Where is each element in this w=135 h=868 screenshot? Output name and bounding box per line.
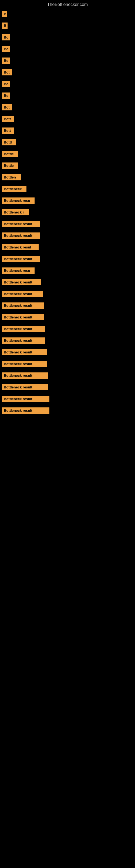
bottleneck-label: Bott [2, 127, 14, 134]
site-title: TheBottlenecker.com [0, 0, 135, 8]
bottleneck-label: Bo [2, 58, 10, 64]
bottleneck-label: Bottleneck result [2, 361, 47, 367]
bottleneck-label: Bottleneck result [2, 372, 48, 379]
bottleneck-label: Bottleneck result [2, 221, 40, 227]
bottleneck-label: B [2, 11, 7, 17]
bottleneck-label: Bottleneck result [2, 314, 44, 320]
list-item: Bott [2, 113, 133, 125]
bottleneck-label: Bottleneck resu [2, 268, 35, 274]
bottleneck-label: Bottleneck result [2, 303, 44, 309]
bottleneck-label: Bottl [2, 139, 16, 145]
list-item: Bottleneck result [2, 393, 133, 405]
list-item: Bottl [2, 136, 133, 148]
list-item: Bottleneck result [2, 300, 133, 311]
list-item: Bottleneck result [2, 370, 133, 381]
list-item: Bott [2, 125, 133, 136]
list-item: Bo [2, 55, 133, 66]
list-item: Bottle [2, 148, 133, 160]
bottleneck-label: B [2, 23, 8, 29]
bottleneck-label: Bottleneck result [2, 256, 40, 262]
bottleneck-label: Bottleneck result [2, 337, 45, 344]
list-item: Bottleneck resu [2, 265, 133, 276]
list-item: Bottleneck result [2, 346, 133, 358]
list-item: Bottleneck resu [2, 195, 133, 207]
bottleneck-label: Bottleneck result [2, 396, 49, 402]
list-item: Bo [2, 31, 133, 43]
list-item: Bottleneck result [2, 288, 133, 300]
list-item: B [2, 8, 133, 20]
bottleneck-label: Bo [2, 81, 10, 87]
bottleneck-label: Bo [2, 93, 10, 99]
list-item: Bottleneck result [2, 358, 133, 370]
bottleneck-label: Bot [2, 69, 12, 75]
bottleneck-label: Bottle [2, 151, 18, 157]
list-item: Bo [2, 78, 133, 90]
main-container: BBBoBoBoBotBoBoBotBottBottBottlBottleBot… [0, 8, 135, 416]
list-item: Bo [2, 43, 133, 55]
list-item: Bottle [2, 160, 133, 172]
list-item: B [2, 20, 133, 31]
bottleneck-label: Bottleneck result [2, 384, 48, 390]
list-item: Bottleneck result [2, 218, 133, 230]
list-item: Bottlen [2, 172, 133, 183]
bottleneck-label: Bottleneck [2, 186, 27, 192]
bottleneck-label: Bottleneck result [2, 349, 47, 355]
list-item: Bottleneck result [2, 405, 133, 416]
bottleneck-label: Bottleneck resul [2, 244, 39, 250]
list-item: Bottleneck result [2, 335, 133, 346]
bottleneck-label: Bottleneck result [2, 279, 41, 285]
bottleneck-label: Bottleneck result [2, 407, 49, 414]
list-item: Bottleneck result [2, 276, 133, 288]
list-item: Bottleneck result [2, 311, 133, 323]
bottleneck-label: Bottleneck result [2, 291, 43, 297]
list-item: Bottleneck resul [2, 241, 133, 253]
bottleneck-label: Bot [2, 104, 12, 111]
list-item: Bottleneck result [2, 253, 133, 265]
bottleneck-label: Bo [2, 46, 10, 52]
bottleneck-label: Bottleneck result [2, 326, 45, 332]
list-item: Bottleneck r [2, 207, 133, 218]
list-item: Bottleneck result [2, 381, 133, 393]
list-item: Bottleneck [2, 183, 133, 195]
list-item: Bottleneck result [2, 323, 133, 335]
bottleneck-label: Bottleneck resu [2, 197, 35, 204]
bottleneck-label: Bottle [2, 162, 18, 169]
list-item: Bo [2, 90, 133, 101]
list-item: Bottleneck result [2, 230, 133, 241]
bottleneck-label: Bottleneck r [2, 209, 29, 215]
bottleneck-label: Bott [2, 116, 14, 122]
list-item: Bot [2, 101, 133, 113]
bottleneck-label: Bo [2, 34, 10, 40]
bottleneck-label: Bottlen [2, 174, 21, 180]
bottleneck-label: Bottleneck result [2, 232, 40, 239]
list-item: Bot [2, 66, 133, 78]
